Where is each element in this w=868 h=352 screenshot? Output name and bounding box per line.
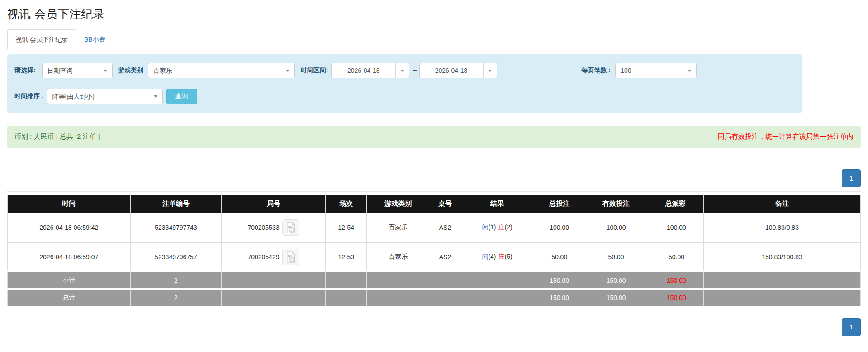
result-banker-value: (2) <box>505 224 512 231</box>
result-player-value: (1) <box>488 224 496 231</box>
subtotal-payout: -150.00 <box>647 272 703 289</box>
cell-remark: 100.83/0.83 <box>703 213 860 243</box>
tab-bar: 视讯 会员下注纪录 BB小费 <box>7 29 861 49</box>
game-category-caret-button[interactable] <box>281 63 294 78</box>
date-to-caret-button[interactable] <box>483 63 497 78</box>
chevron-down-icon <box>401 70 404 72</box>
round-id-text: 700205429 <box>247 253 279 261</box>
time-sort-dropdown[interactable]: 降幂(由大到小) <box>47 89 163 104</box>
page-size-label: 每页笔数 : <box>582 67 611 75</box>
date-range-separator: ~ <box>413 67 417 74</box>
video-replay-button[interactable] <box>282 249 299 265</box>
cell-time: 2026-04-18 06:59:42 <box>8 213 131 243</box>
result-banker-label: 庄 <box>498 224 505 231</box>
chevron-down-icon <box>688 70 692 72</box>
result-banker-value: (5) <box>505 253 512 260</box>
cell-round-id: 700205429 <box>222 243 326 272</box>
table-header-row: 时间 注单编号 局号 场次 游戏类别 桌号 结果 总投注 有效投注 总派彩 备注 <box>8 195 861 213</box>
filter-panel: 请选择: 日期查询 游戏类别 百家乐 时间区间: 2026-04-18 ~ 20… <box>7 54 802 113</box>
grand-total-valid-bet: 150.00 <box>585 289 647 306</box>
grand-total-row: 总计 2 150.00 150.00 -150.00 <box>8 289 861 306</box>
subtotal-empty-cell <box>430 272 460 289</box>
page-title: 视讯 会员下注纪录 <box>7 5 861 29</box>
header-table-no: 桌号 <box>430 195 460 213</box>
date-from-caret-button[interactable] <box>395 63 409 78</box>
time-sort-label: 时间排序 : <box>14 92 44 100</box>
video-file-icon <box>286 222 296 233</box>
select-type-label: 请选择: <box>14 67 36 75</box>
result-player-label: 闲 <box>482 224 488 231</box>
cell-table-no: AS2 <box>430 243 460 272</box>
chevron-down-icon <box>488 70 492 72</box>
header-game-category: 游戏类别 <box>366 195 430 213</box>
page-size-dropdown[interactable]: 100 <box>615 63 697 78</box>
cell-table-no: AS2 <box>430 213 460 243</box>
video-file-icon <box>286 251 296 263</box>
select-type-caret-button[interactable] <box>99 63 112 78</box>
filter-row-2: 时间排序 : 降幂(由大到小) 查询 <box>11 89 797 104</box>
date-to-input[interactable]: 2026-04-18 <box>419 63 497 78</box>
cell-round-id: 700205533 <box>222 213 326 243</box>
grand-total-label: 总计 <box>8 289 131 306</box>
select-type-dropdown[interactable]: 日期查询 <box>42 63 113 78</box>
valid-bet-notice: 同局有效投注，统一计算在该局第一张注单内 <box>718 133 854 141</box>
cell-valid-bet: 50.00 <box>585 243 647 272</box>
table-top-divider <box>7 191 861 192</box>
video-replay-button[interactable] <box>282 219 299 236</box>
header-payout: 总派彩 <box>647 195 703 213</box>
cell-session: 12-54 <box>326 213 367 243</box>
summary-bar: 币别 : 人民币 | 总共 :2 注单 | 同局有效投注，统一计算在该局第一张注… <box>7 126 861 148</box>
page-size-caret-button[interactable] <box>683 63 696 78</box>
game-category-label: 游戏类别 <box>118 67 143 75</box>
date-from-value: 2026-04-18 <box>332 63 395 78</box>
chevron-down-icon <box>154 95 157 98</box>
cell-time: 2026-04-18 06:59:07 <box>8 243 131 272</box>
betting-records-table: 时间 注单编号 局号 场次 游戏类别 桌号 结果 总投注 有效投注 总派彩 备注… <box>7 195 861 306</box>
tab-bb-tips[interactable]: BB小费 <box>76 29 114 49</box>
tab-betting-records[interactable]: 视讯 会员下注纪录 <box>7 29 76 49</box>
query-button[interactable]: 查询 <box>166 89 197 104</box>
grand-total-empty-cell <box>326 289 367 306</box>
header-total-bet: 总投注 <box>534 195 585 213</box>
pagination-bottom: 1 <box>7 318 861 336</box>
result-player-value: (4) <box>488 253 496 260</box>
page-1-button[interactable]: 1 <box>842 169 861 187</box>
subtotal-empty-cell <box>703 272 860 289</box>
time-sort-caret-button[interactable] <box>149 89 162 104</box>
grand-total-payout: -150.00 <box>647 289 703 306</box>
cell-game: 百家乐 <box>366 243 430 272</box>
subtotal-label: 小计 <box>8 272 131 289</box>
cell-session: 12-53 <box>326 243 367 272</box>
game-category-dropdown[interactable]: 百家乐 <box>148 63 295 78</box>
result-banker-label: 庄 <box>498 253 505 260</box>
header-result: 结果 <box>460 195 534 213</box>
chevron-down-icon <box>104 70 107 72</box>
pagination-top: 1 <box>7 169 861 187</box>
grand-total-empty-cell <box>222 289 326 306</box>
page-1-button[interactable]: 1 <box>842 318 861 336</box>
cell-valid-bet: 100.00 <box>585 213 647 243</box>
grand-total-count: 2 <box>130 289 222 306</box>
cell-total-bet-link[interactable]: 50.00 <box>534 243 585 272</box>
header-session: 场次 <box>326 195 367 213</box>
subtotal-row: 小计 2 150.00 150.00 -150.00 <box>8 272 861 289</box>
subtotal-empty-cell <box>460 272 534 289</box>
page-container: 视讯 会员下注纪录 视讯 会员下注纪录 BB小费 请选择: 日期查询 游戏类别 … <box>0 0 868 350</box>
chevron-down-icon <box>286 70 289 72</box>
filter-row-1: 请选择: 日期查询 游戏类别 百家乐 时间区间: 2026-04-18 ~ 20… <box>11 63 797 78</box>
subtotal-empty-cell <box>366 272 430 289</box>
select-type-value: 日期查询 <box>43 63 99 78</box>
subtotal-total-bet: 150.00 <box>534 272 585 289</box>
round-id-text: 700205533 <box>247 224 279 231</box>
subtotal-valid-bet: 150.00 <box>585 272 647 289</box>
game-category-value: 百家乐 <box>148 63 281 78</box>
subtotal-empty-cell <box>222 272 326 289</box>
time-range-label: 时间区间: <box>301 67 328 75</box>
cell-payout: -50.00 <box>647 243 703 272</box>
cell-total-bet-link[interactable]: 100.00 <box>534 213 585 243</box>
date-from-input[interactable]: 2026-04-18 <box>331 63 409 78</box>
subtotal-count: 2 <box>130 272 222 289</box>
header-bet-id: 注单编号 <box>130 195 222 213</box>
grand-total-empty-cell <box>460 289 534 306</box>
grand-total-empty-cell <box>703 289 860 306</box>
